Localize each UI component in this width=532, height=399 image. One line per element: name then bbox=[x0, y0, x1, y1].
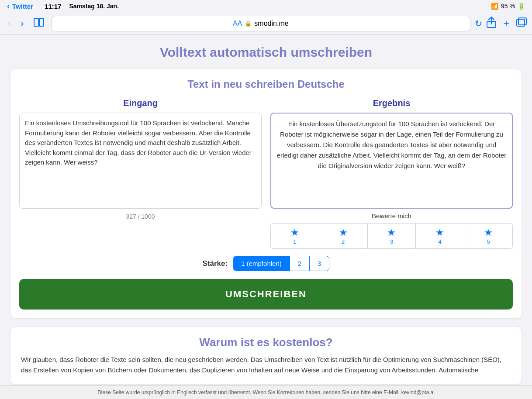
star-4[interactable]: ★ 4 bbox=[416, 224, 464, 248]
url-display: smodin.me bbox=[254, 20, 288, 28]
columns: Eingang 327 / 1000 Ergebnis Ein kostenlo… bbox=[19, 98, 513, 249]
status-right: 📶 95 % 🔋 bbox=[491, 3, 525, 10]
status-bar: ‹ Twitter 11:17 Samstag 18. Jan. 📶 95 % … bbox=[0, 0, 532, 12]
status-left: ‹ Twitter 11:17 Samstag 18. Jan. bbox=[7, 2, 119, 11]
svg-rect-1 bbox=[39, 18, 44, 26]
input-header: Eingang bbox=[19, 98, 262, 108]
forward-button[interactable]: › bbox=[18, 18, 26, 29]
svg-rect-0 bbox=[34, 18, 38, 26]
starke-options: 1 (empfohlen) 2 3 bbox=[233, 256, 329, 271]
star-icon-4: ★ bbox=[435, 227, 444, 238]
main-card: Text in neu schreiben Deutsche Eingang 3… bbox=[10, 69, 522, 318]
starke-option-3[interactable]: 3 bbox=[310, 256, 329, 271]
lock-icon: 🔒 bbox=[245, 20, 252, 27]
tabs-button[interactable] bbox=[516, 17, 527, 30]
result-header: Ergebnis bbox=[270, 98, 513, 108]
star-num-3: 3 bbox=[390, 238, 393, 245]
second-title: Warum ist es kostenlos? bbox=[21, 336, 511, 349]
star-3[interactable]: ★ 3 bbox=[368, 224, 416, 248]
star-icon-5: ★ bbox=[484, 227, 493, 238]
starke-label: Stärke: bbox=[203, 259, 228, 268]
starke-option-1[interactable]: 1 (empfohlen) bbox=[233, 256, 290, 271]
star-num-5: 5 bbox=[487, 238, 490, 245]
battery-icon: 🔋 bbox=[518, 3, 525, 10]
result-column: Ergebnis Ein kostenloses Übersetzungstoo… bbox=[270, 98, 513, 249]
back-chevron: ‹ bbox=[7, 2, 10, 11]
new-tab-button[interactable]: + bbox=[503, 17, 509, 30]
star-icon-3: ★ bbox=[387, 227, 396, 238]
page-title: Volltext automatisch umschreiben bbox=[10, 44, 522, 61]
star-icon-1: ★ bbox=[290, 227, 299, 238]
status-time: 11:17 bbox=[45, 3, 61, 10]
reader-mode-button[interactable] bbox=[31, 17, 47, 30]
stars-row: ★ 1 ★ 2 ★ 3 ★ 4 bbox=[270, 223, 513, 249]
browser-actions: + bbox=[487, 17, 527, 31]
refresh-button[interactable]: ↻ bbox=[475, 18, 482, 29]
footer-banner: Diese Seite wurde ursprünglich in Englis… bbox=[0, 385, 532, 399]
wifi-icon: 📶 bbox=[491, 3, 498, 10]
rating-label: Bewerte mich bbox=[270, 212, 513, 220]
second-section: Warum ist es kostenlos? Wir glauben, das… bbox=[10, 327, 522, 384]
star-num-2: 2 bbox=[342, 238, 345, 245]
back-button[interactable]: ‹ bbox=[5, 18, 14, 29]
result-box: Ein kostenloses Übersetzungstool für 100… bbox=[270, 113, 513, 209]
star-num-1: 1 bbox=[293, 238, 296, 245]
browser-bar: ‹ › AA 🔒 smodin.me ↻ + bbox=[0, 12, 532, 35]
page-content: Volltext automatisch umschreiben Text in… bbox=[0, 35, 532, 399]
footer-text: Diese Seite wurde ursprünglich in Englis… bbox=[97, 389, 435, 396]
address-bar[interactable]: AA 🔒 smodin.me bbox=[51, 16, 470, 31]
app-name: Twitter bbox=[12, 3, 33, 10]
star-num-4: 4 bbox=[439, 238, 442, 245]
char-count: 327 / 1000 bbox=[19, 213, 262, 220]
input-textarea[interactable] bbox=[19, 113, 262, 209]
starke-row: Stärke: 1 (empfohlen) 2 3 bbox=[19, 256, 513, 271]
starke-option-2[interactable]: 2 bbox=[290, 256, 310, 271]
umschreiben-button[interactable]: UMSCHREIBEN bbox=[19, 279, 513, 310]
star-2[interactable]: ★ 2 bbox=[319, 224, 368, 248]
star-icon-2: ★ bbox=[339, 227, 348, 238]
battery-level: 95 % bbox=[501, 3, 515, 10]
second-body: Wir glauben, dass Roboter die Texte sein… bbox=[21, 354, 511, 375]
text-size-label: AA bbox=[233, 20, 242, 28]
star-1[interactable]: ★ 1 bbox=[271, 224, 319, 248]
status-date: Samstag 18. Jan. bbox=[69, 3, 119, 10]
input-column: Eingang 327 / 1000 bbox=[19, 98, 262, 249]
star-5[interactable]: ★ 5 bbox=[464, 224, 512, 248]
card-subtitle: Text in neu schreiben Deutsche bbox=[19, 78, 513, 90]
rating-section: Bewerte mich ★ 1 ★ 2 ★ 3 bbox=[270, 212, 513, 249]
share-button[interactable] bbox=[487, 17, 496, 31]
